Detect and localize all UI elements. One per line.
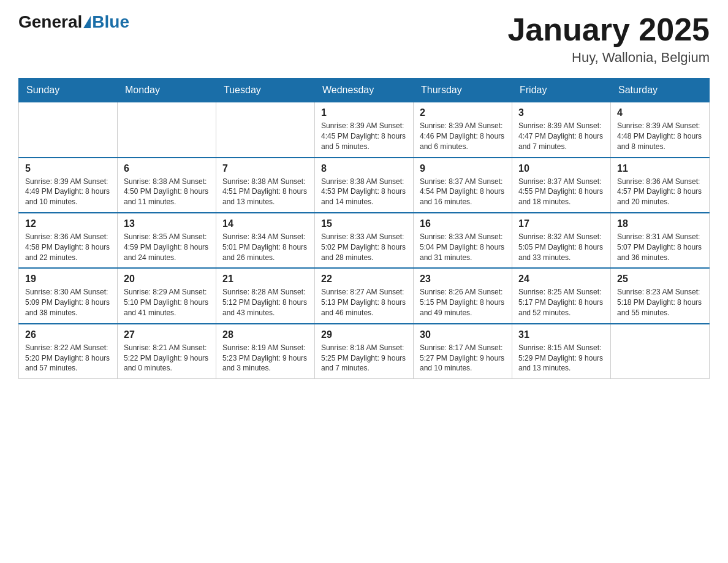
calendar-cell: 7Sunrise: 8:38 AM Sunset: 4:51 PM Daylig… [216,158,315,213]
header-sunday: Sunday [19,79,118,102]
day-info: Sunrise: 8:18 AM Sunset: 5:25 PM Dayligh… [321,343,407,373]
calendar-cell: 31Sunrise: 8:15 AM Sunset: 5:29 PM Dayli… [512,324,611,379]
day-info: Sunrise: 8:25 AM Sunset: 5:17 PM Dayligh… [518,287,604,318]
calendar-cell: 18Sunrise: 8:31 AM Sunset: 5:07 PM Dayli… [611,213,710,268]
header-friday: Friday [512,79,611,102]
calendar-cell: 20Sunrise: 8:29 AM Sunset: 5:10 PM Dayli… [118,268,216,323]
day-number: 10 [518,163,604,174]
day-info: Sunrise: 8:38 AM Sunset: 4:51 PM Dayligh… [222,177,308,207]
day-number: 19 [25,274,111,285]
day-info: Sunrise: 8:36 AM Sunset: 4:58 PM Dayligh… [25,232,111,262]
header-thursday: Thursday [414,79,512,102]
calendar-week-row: 1Sunrise: 8:39 AM Sunset: 4:45 PM Daylig… [19,102,710,158]
calendar-cell [216,102,315,158]
calendar-cell: 10Sunrise: 8:37 AM Sunset: 4:55 PM Dayli… [512,158,611,213]
day-number: 21 [222,274,308,285]
logo: General Blue [18,12,129,32]
calendar-header-row: Sunday Monday Tuesday Wednesday Thursday… [19,79,710,102]
day-info: Sunrise: 8:17 AM Sunset: 5:27 PM Dayligh… [420,343,506,373]
day-number: 20 [124,274,210,285]
day-number: 31 [518,329,604,340]
day-info: Sunrise: 8:19 AM Sunset: 5:23 PM Dayligh… [222,343,308,373]
day-number: 1 [321,107,407,118]
day-number: 15 [321,218,407,229]
month-title: January 2025 [507,12,710,47]
calendar-cell: 29Sunrise: 8:18 AM Sunset: 5:25 PM Dayli… [315,324,414,379]
day-number: 7 [222,163,308,174]
day-number: 30 [420,329,506,340]
calendar-cell [19,102,118,158]
day-number: 17 [518,218,604,229]
calendar-cell: 9Sunrise: 8:37 AM Sunset: 4:54 PM Daylig… [414,158,512,213]
calendar-cell: 2Sunrise: 8:39 AM Sunset: 4:46 PM Daylig… [414,102,512,158]
calendar-cell: 13Sunrise: 8:35 AM Sunset: 4:59 PM Dayli… [118,213,216,268]
day-info: Sunrise: 8:39 AM Sunset: 4:49 PM Dayligh… [25,177,111,207]
calendar-cell: 12Sunrise: 8:36 AM Sunset: 4:58 PM Dayli… [19,213,118,268]
day-number: 23 [420,274,506,285]
day-info: Sunrise: 8:27 AM Sunset: 5:13 PM Dayligh… [321,287,407,318]
day-info: Sunrise: 8:23 AM Sunset: 5:18 PM Dayligh… [617,287,703,318]
day-info: Sunrise: 8:35 AM Sunset: 4:59 PM Dayligh… [124,232,210,262]
calendar-cell [118,102,216,158]
calendar-week-row: 19Sunrise: 8:30 AM Sunset: 5:09 PM Dayli… [19,268,710,323]
day-number: 25 [617,274,703,285]
day-info: Sunrise: 8:31 AM Sunset: 5:07 PM Dayligh… [617,232,703,262]
calendar-cell: 16Sunrise: 8:33 AM Sunset: 5:04 PM Dayli… [414,213,512,268]
calendar-cell: 21Sunrise: 8:28 AM Sunset: 5:12 PM Dayli… [216,268,315,323]
day-number: 11 [617,163,703,174]
day-info: Sunrise: 8:38 AM Sunset: 4:53 PM Dayligh… [321,177,407,207]
calendar-cell: 17Sunrise: 8:32 AM Sunset: 5:05 PM Dayli… [512,213,611,268]
calendar-cell: 14Sunrise: 8:34 AM Sunset: 5:01 PM Dayli… [216,213,315,268]
day-info: Sunrise: 8:26 AM Sunset: 5:15 PM Dayligh… [420,287,506,318]
day-info: Sunrise: 8:28 AM Sunset: 5:12 PM Dayligh… [222,287,308,318]
calendar-week-row: 26Sunrise: 8:22 AM Sunset: 5:20 PM Dayli… [19,324,710,379]
title-block: January 2025 Huy, Wallonia, Belgium [507,12,710,66]
day-number: 4 [617,107,703,118]
calendar-cell: 30Sunrise: 8:17 AM Sunset: 5:27 PM Dayli… [414,324,512,379]
header-tuesday: Tuesday [216,79,315,102]
day-number: 3 [518,107,604,118]
day-number: 13 [124,218,210,229]
day-number: 28 [222,329,308,340]
day-info: Sunrise: 8:37 AM Sunset: 4:55 PM Dayligh… [518,177,604,207]
calendar-cell: 22Sunrise: 8:27 AM Sunset: 5:13 PM Dayli… [315,268,414,323]
calendar-cell [611,324,710,379]
day-info: Sunrise: 8:39 AM Sunset: 4:45 PM Dayligh… [321,121,407,151]
calendar-cell: 24Sunrise: 8:25 AM Sunset: 5:17 PM Dayli… [512,268,611,323]
calendar-table: Sunday Monday Tuesday Wednesday Thursday… [18,78,710,379]
calendar-cell: 25Sunrise: 8:23 AM Sunset: 5:18 PM Dayli… [611,268,710,323]
header-monday: Monday [118,79,216,102]
calendar-cell: 23Sunrise: 8:26 AM Sunset: 5:15 PM Dayli… [414,268,512,323]
calendar-cell: 6Sunrise: 8:38 AM Sunset: 4:50 PM Daylig… [118,158,216,213]
day-info: Sunrise: 8:15 AM Sunset: 5:29 PM Dayligh… [518,343,604,373]
day-number: 9 [420,163,506,174]
calendar-cell: 8Sunrise: 8:38 AM Sunset: 4:53 PM Daylig… [315,158,414,213]
location-subtitle: Huy, Wallonia, Belgium [507,50,710,66]
day-number: 2 [420,107,506,118]
day-info: Sunrise: 8:39 AM Sunset: 4:46 PM Dayligh… [420,121,506,151]
calendar-cell: 3Sunrise: 8:39 AM Sunset: 4:47 PM Daylig… [512,102,611,158]
calendar-week-row: 5Sunrise: 8:39 AM Sunset: 4:49 PM Daylig… [19,158,710,213]
calendar-cell: 19Sunrise: 8:30 AM Sunset: 5:09 PM Dayli… [19,268,118,323]
header-wednesday: Wednesday [315,79,414,102]
day-info: Sunrise: 8:29 AM Sunset: 5:10 PM Dayligh… [124,287,210,318]
day-number: 29 [321,329,407,340]
day-number: 16 [420,218,506,229]
day-info: Sunrise: 8:33 AM Sunset: 5:04 PM Dayligh… [420,232,506,262]
day-number: 24 [518,274,604,285]
day-number: 26 [25,329,111,340]
day-info: Sunrise: 8:34 AM Sunset: 5:01 PM Dayligh… [222,232,308,262]
calendar-cell: 5Sunrise: 8:39 AM Sunset: 4:49 PM Daylig… [19,158,118,213]
logo-blue-text: Blue [92,12,129,32]
day-info: Sunrise: 8:36 AM Sunset: 4:57 PM Dayligh… [617,177,703,207]
day-info: Sunrise: 8:37 AM Sunset: 4:54 PM Dayligh… [420,177,506,207]
day-number: 12 [25,218,111,229]
calendar-week-row: 12Sunrise: 8:36 AM Sunset: 4:58 PM Dayli… [19,213,710,268]
header-saturday: Saturday [611,79,710,102]
calendar-cell: 26Sunrise: 8:22 AM Sunset: 5:20 PM Dayli… [19,324,118,379]
day-info: Sunrise: 8:33 AM Sunset: 5:02 PM Dayligh… [321,232,407,262]
page-header: General Blue January 2025 Huy, Wallonia,… [18,12,710,66]
day-number: 22 [321,274,407,285]
calendar-cell: 15Sunrise: 8:33 AM Sunset: 5:02 PM Dayli… [315,213,414,268]
day-number: 18 [617,218,703,229]
